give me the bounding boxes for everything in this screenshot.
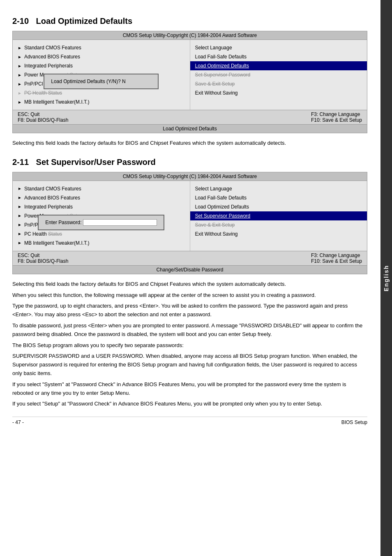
bios-box-210: CMOS Setup Utility-Copyright (C) 1984-20… [12, 31, 367, 133]
bios-left-item: ► MB Intelligent Tweaker(M.I.T.) [18, 239, 185, 248]
footer-right: F3: Change Language F10: Save & Exit Set… [311, 111, 362, 123]
bios-popup-row-211: ► PnP/PCI C Enter Password: [18, 220, 185, 229]
bios-left-item: ► Advanced BIOS Features [18, 52, 185, 61]
bios-right-item: Exit Without Saving [195, 229, 362, 239]
section-211-para-0: Selecting this field loads the factory d… [12, 280, 367, 289]
bios-left-item: ► Standard CMOS Features [18, 43, 185, 52]
bios-popup-211: Enter Password: [38, 215, 164, 230]
bios-footer-211: ESC: Quit F8: Dual BIOS/Q-Flash F3: Chan… [13, 251, 367, 265]
bios-left-item: ► Advanced BIOS Features [18, 193, 185, 202]
footer-left: ESC: Quit F8: Dual BIOS/Q-Flash [18, 111, 68, 123]
bios-left-item: ► Integrated Peripherals [18, 61, 185, 70]
arrow-icon: ► [18, 204, 22, 210]
enter-password-row: Enter Password: [45, 219, 157, 226]
arrow-icon: ► [18, 240, 22, 246]
arrow-icon: ► [18, 72, 22, 78]
section-211-para-1: When you select this function, the follo… [12, 291, 367, 300]
bios-left-item: ► MB Intelligent Tweaker(M.I.T.) [18, 97, 185, 107]
arrow-icon: ► [18, 185, 22, 192]
arrow-icon: ► [18, 213, 22, 219]
bios-right-item: Save & Exit Setup [195, 220, 362, 229]
bios-left-item: ► Standard CMOS Features [18, 184, 185, 193]
section-210-desc: Selecting this field loads the factory d… [12, 139, 367, 148]
bios-left-item: ► PC Health Status [18, 88, 185, 97]
side-tab: English [380, 0, 392, 556]
bios-left-211: ► Standard CMOS Features ► Advanced BIOS… [13, 181, 190, 251]
bios-status-210: Load Optimized Defaults [13, 124, 367, 133]
bios-status-211: Change/Set/Disable Password [13, 265, 367, 274]
bios-footer-210: ESC: Quit F8: Dual BIOS/Q-Flash F3: Chan… [13, 110, 367, 124]
arrow-icon: ► [18, 195, 22, 201]
section-211-para-7: If you select "Setup" at "Password Check… [12, 400, 367, 408]
section-211-para-4: The BIOS Setup program allows you to spe… [12, 341, 367, 350]
bios-title-211: CMOS Setup Utility-Copyright (C) 1984-20… [13, 172, 367, 181]
bios-left-item: ► Integrated Peripherals [18, 202, 185, 211]
bios-right-item-highlighted: Load Optimized Defaults [190, 61, 367, 70]
section-211-para-2: Type the password, up to eight character… [12, 302, 367, 319]
bios-body-210: ► Standard CMOS Features ► Advanced BIOS… [13, 40, 367, 110]
bios-right-item: Select Language [195, 43, 362, 52]
bios-right-211: Select Language Load Fail-Safe Defaults … [190, 181, 367, 251]
bios-right-item: Exit Without Saving [195, 88, 362, 97]
bios-title-210: CMOS Setup Utility-Copyright (C) 1984-20… [13, 31, 367, 40]
bios-right-item: Select Language [195, 184, 362, 193]
arrow-icon: ► [18, 99, 22, 105]
arrow-icon: ► [18, 81, 22, 87]
footer-left: ESC: Quit F8: Dual BIOS/Q-Flash [18, 253, 68, 264]
bios-popup-210: Load Optimized Defaults (Y/N)? N [44, 74, 159, 89]
arrow-icon: ► [18, 90, 22, 96]
bios-right-item: Set Supervisor Password [195, 70, 362, 79]
arrow-icon: ► [18, 45, 22, 51]
bios-popup-row-210: ► PnP/PCI C Load Optimized Defaults (Y/N… [18, 79, 185, 88]
section-211-para-6: If you select "System" at "Password Chec… [12, 380, 367, 398]
arrow-icon: ► [18, 231, 22, 237]
password-input-box[interactable] [83, 219, 157, 226]
bios-right-210: Select Language Load Fail-Safe Defaults … [190, 40, 367, 110]
section-211-para-5: SUPERVISOR PASSWORD and a USER PASSWORD.… [12, 352, 367, 378]
section-211-heading: 2-11 Set Supervisor/User Password [12, 158, 367, 167]
section-211-para-3: To disable password, just press <Enter> … [12, 322, 367, 339]
arrow-icon: ► [18, 222, 22, 228]
bios-left-item: ► PC Health Status [18, 229, 185, 239]
arrow-icon: ► [18, 54, 22, 60]
bios-right-item-highlighted: Set Supervisor Password [190, 211, 367, 220]
bios-right-item: Load Fail-Safe Defaults [195, 193, 362, 202]
bios-right-item: Save & Exit Setup [195, 79, 362, 88]
bios-right-item: Load Fail-Safe Defaults [195, 52, 362, 61]
section-210-heading: 2-10 Load Optimized Defaults [12, 16, 367, 26]
bios-left-210: ► Standard CMOS Features ► Advanced BIOS… [13, 40, 190, 110]
bios-right-item: Load Optimized Defaults [195, 202, 362, 211]
arrow-icon: ► [18, 63, 22, 69]
page-footer: - 47 - BIOS Setup [12, 417, 367, 425]
footer-right: F3: Change Language F10: Save & Exit Set… [311, 253, 362, 264]
bios-box-211: CMOS Setup Utility-Copyright (C) 1984-20… [12, 172, 367, 274]
bios-body-211: ► Standard CMOS Features ► Advanced BIOS… [13, 181, 367, 251]
